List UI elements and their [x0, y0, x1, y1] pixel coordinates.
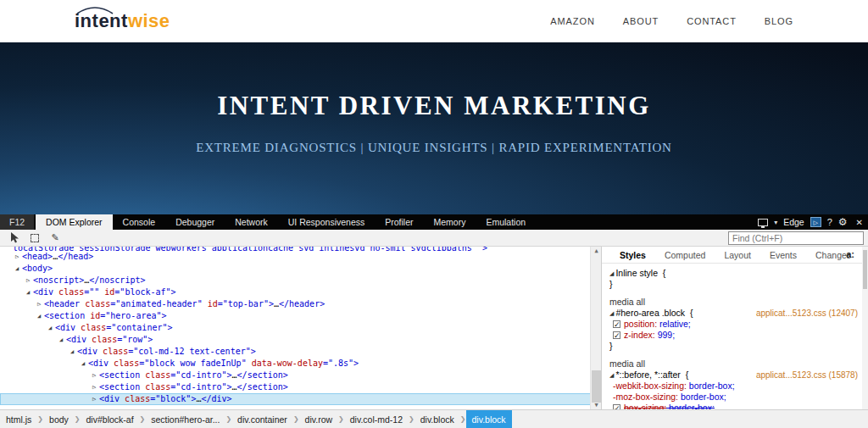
code-tag: <div	[77, 346, 97, 358]
help-icon[interactable]: ?	[827, 217, 832, 227]
devtools-tab-debugger[interactable]: Debugger	[165, 214, 225, 230]
styles-scrollbar[interactable]	[862, 247, 868, 409]
dom-tree-node[interactable]: ▷<head>…</head>	[0, 251, 601, 263]
hero-section: INTENT DRIVEN MARKETING EXTREME DIAGNOST…	[0, 42, 868, 214]
dom-tree-node[interactable]: ◢<body>	[0, 263, 601, 275]
dom-tree-node[interactable]: ▷<section class="cd-intro">…</section>	[0, 370, 601, 381]
css-property-name: z-index:	[624, 330, 655, 340]
style-row-media: media all	[602, 297, 868, 308]
style-row-rule: ◢#hero-area .block {applicat...5123.css …	[602, 308, 868, 319]
expand-arrow-icon[interactable]: ▷	[24, 275, 32, 286]
code-val: ="block wow fadeInUp"	[139, 358, 246, 370]
settings-gear-icon[interactable]: ⚙	[838, 216, 848, 228]
styles-scrollbar-thumb[interactable]	[863, 250, 867, 289]
element-highlight-button[interactable]	[25, 231, 45, 246]
styles-tab-computed[interactable]: Computed	[655, 250, 715, 260]
collapse-arrow-icon[interactable]: ◢	[35, 310, 43, 322]
target-device-icon[interactable]	[758, 219, 768, 226]
breadcrumb-item-div-block[interactable]: div.block	[466, 410, 512, 428]
property-checkbox[interactable]	[613, 404, 620, 409]
dom-tree-node[interactable]: ◢<div class="col-md-12 text-center">	[0, 346, 601, 358]
dom-scrollbar-thumb[interactable]	[592, 370, 601, 403]
collapse-arrow-icon[interactable]: ◢	[46, 322, 54, 334]
code-attr: class	[140, 370, 170, 381]
collapse-arrow-icon[interactable]: ◢	[57, 334, 65, 346]
devtools-tab-console[interactable]: Console	[113, 214, 166, 230]
property-checkbox[interactable]	[613, 331, 620, 339]
expand-arrow-icon[interactable]: ▷	[90, 370, 98, 381]
nav-item-about[interactable]: ABOUT	[623, 16, 659, 26]
select-element-button[interactable]	[4, 231, 25, 246]
code-val: ="cd-intro"	[170, 381, 226, 393]
dom-tree-node[interactable]: ▷<header class="animated-header" id="top…	[0, 298, 601, 310]
devtools-tab-ui-responsiveness[interactable]: UI Responsiveness	[278, 214, 375, 230]
expand-arrow-icon[interactable]: ▷	[90, 393, 98, 405]
breadcrumb-item-body[interactable]: body	[43, 410, 75, 428]
collapse-arrow-icon[interactable]: ◢	[68, 346, 76, 358]
breadcrumb-item-div-col-md-12[interactable]: div.col-md-12	[344, 410, 409, 428]
styles-tab-events[interactable]: Events	[760, 250, 806, 260]
scroll-down-icon[interactable]: ▼	[591, 402, 602, 409]
css-declaration: -webkit-box-sizing: border-box;	[613, 381, 735, 392]
dom-tree-node[interactable]: ◢<div class="row">	[0, 334, 601, 346]
dom-tree-node[interactable]: ◢<section id="hero-area">	[0, 310, 601, 322]
collapse-arrow-icon[interactable]: ◢	[609, 268, 614, 279]
breadcrumb-item-div-block[interactable]: div.block	[415, 410, 460, 428]
breadcrumb-item-html-js[interactable]: html.js	[0, 410, 37, 428]
breadcrumb-item-div-row[interactable]: div.row	[299, 410, 338, 428]
dom-tree-node[interactable]: ▷<section class="cd-intro">…</section>	[0, 381, 601, 393]
nav-item-blog[interactable]: BLOG	[765, 16, 793, 26]
breadcrumb-item-div-container[interactable]: div.container	[231, 410, 293, 428]
f12-menu-button[interactable]: F12	[0, 214, 34, 230]
site-nav: AMAZONABOUTCONTACTBLOG	[550, 16, 793, 26]
styles-tab-styles[interactable]: Styles	[610, 250, 655, 260]
breadcrumb-item-div-block-af[interactable]: div#block-af	[81, 410, 140, 428]
collapse-arrow-icon[interactable]: ◢	[24, 286, 32, 298]
devtools-tab-profiler[interactable]: Profiler	[375, 214, 423, 230]
edit-html-button[interactable]: ✎	[45, 231, 65, 246]
expand-arrow-icon[interactable]: ▷	[35, 298, 43, 310]
styles-tab-layout[interactable]: Layout	[715, 250, 760, 260]
nav-item-contact[interactable]: CONTACT	[687, 16, 737, 26]
styles-pane: StylesComputedLayoutEventsChanges a: ◢In…	[602, 247, 868, 409]
dom-tree-node[interactable]: ◢<div class="block wow fadeInUp" data-wo…	[0, 358, 601, 370]
close-icon[interactable]: ✕	[854, 218, 863, 227]
expand-arrow-icon[interactable]: ▷	[13, 251, 21, 263]
collapse-arrow-icon[interactable]: ◢	[609, 370, 614, 381]
dom-tree-node[interactable]: ▷<div class="block">…</div>	[0, 393, 601, 405]
style-row-prop: -moz-box-sizing: border-box;	[602, 392, 868, 403]
css-declaration: z-index: 999;	[624, 330, 675, 341]
chevron-down-icon[interactable]: ▾	[774, 219, 777, 226]
css-declaration: box-sizing: border-box;	[624, 403, 715, 409]
breadcrumb-item-section-hero-ar[interactable]: section#hero-ar...	[145, 410, 225, 428]
code-tag: >	[161, 310, 166, 322]
devtools-tab-emulation[interactable]: Emulation	[476, 214, 536, 230]
code-tag: </section>	[237, 370, 288, 381]
site-logo[interactable]: intentwise	[75, 12, 170, 31]
css-property-value: border-box;	[666, 403, 715, 409]
pseudo-state-button[interactable]: a:	[846, 249, 854, 259]
dom-scrollbar[interactable]: ▲ ▼	[590, 247, 601, 409]
popout-icon[interactable]: ▷	[810, 217, 821, 227]
expand-arrow-icon[interactable]: ▷	[90, 381, 98, 393]
target-label[interactable]: Edge	[783, 217, 804, 227]
find-input[interactable]	[728, 231, 864, 245]
nav-item-amazon[interactable]: AMAZON	[550, 16, 594, 26]
dom-tree-node[interactable]: ▷<noscript>…</noscript>	[0, 275, 601, 286]
collapse-arrow-icon[interactable]: ◢	[79, 358, 87, 370]
collapse-arrow-icon[interactable]: ◢	[609, 308, 614, 319]
collapse-arrow-icon[interactable]: ◢	[13, 263, 21, 275]
scroll-up-icon[interactable]: ▲	[591, 247, 602, 254]
chevron-right-icon: ❯	[409, 410, 415, 428]
code-val: ="animated-header"	[110, 298, 202, 310]
dom-tree-node[interactable]: ◢<div class="" id="block-af">	[0, 286, 601, 298]
css-property-name: box-sizing:	[624, 403, 666, 409]
devtools-tab-memory[interactable]: Memory	[424, 214, 476, 230]
dom-tree-node[interactable]: ◢<div class="container">	[0, 322, 601, 334]
stylesheet-link[interactable]: applicat...5123.css (12407)	[756, 308, 858, 319]
stylesheet-link[interactable]: applicat...5123.css (15878)	[756, 370, 858, 381]
devtools-tab-dom-explorer[interactable]: DOM Explorer	[36, 214, 113, 230]
devtools-tab-network[interactable]: Network	[225, 214, 278, 230]
code-tag: <section	[44, 310, 85, 322]
property-checkbox[interactable]	[613, 320, 620, 328]
